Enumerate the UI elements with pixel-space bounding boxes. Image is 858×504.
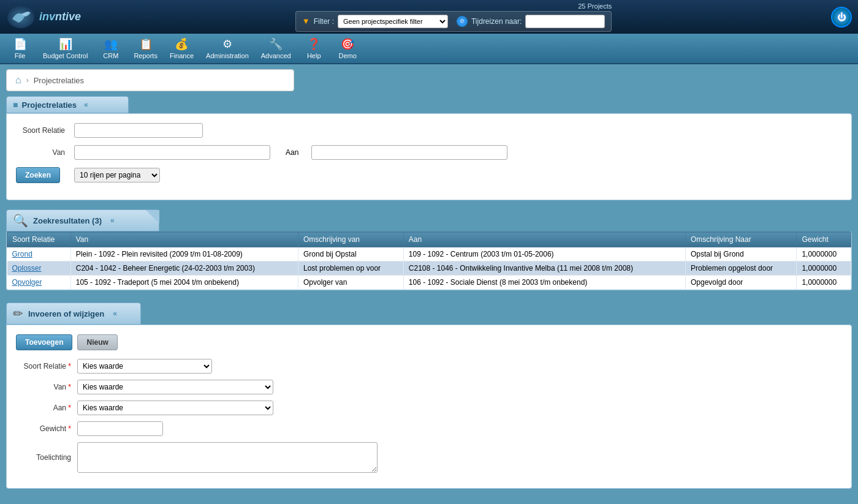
cell-van-1: C204 - 1042 - Beheer Energetic (24-02-20… [70,261,298,276]
edit-aan-label: Aan * [16,404,77,412]
cell-gewicht-2: 1,0000000 [797,276,851,290]
logo-icon [6,6,36,29]
edit-toelichting-row: Toelichting [16,442,842,473]
nieuw-button[interactable]: Nieuw [77,334,117,350]
nav-label-crm: CRM [103,52,118,59]
edit-soort-relatie-label: Soort Relatie * [16,362,77,370]
search-form-body: Soort Relatie Van Aan Zoeken 10 rijen pe… [6,113,852,200]
logo-area: invntive [6,6,81,29]
nav-item-crm[interactable]: 👥 CRM [94,34,127,62]
nav-label-file: File [15,52,26,59]
filter-funnel-icon: ▼ [302,17,310,26]
power-button[interactable]: ⏻ [831,7,852,28]
projects-count: 25 Projects [578,2,612,10]
collapse-edit-icon[interactable]: « [113,309,117,318]
cell-omsch-naar-2: Opgevolgd door [685,276,796,290]
edit-gewicht-input[interactable] [77,421,163,436]
cell-omsch-naar-0: Opstal bij Grond [685,247,796,261]
aan-input[interactable] [311,145,507,160]
nav-label-help: Help [307,52,321,59]
rows-per-page-select[interactable]: 10 rijen per pagina 25 rijen per pagina … [74,168,160,182]
help-icon: ❓ [307,37,321,51]
time-input[interactable] [525,15,605,28]
results-search-icon: 🔍 [13,213,28,228]
collapse-results-icon[interactable]: « [110,216,115,225]
van-label: Van [16,148,65,157]
edit-toelichting-label: Toelichting [16,453,77,462]
main-content: ⌂ › Projectrelaties ■ Projectrelaties « … [0,69,858,489]
projectrelaties-icon: ■ [13,100,18,110]
results-section-title: Zoekresultaten (3) [33,216,102,225]
cell-omsch-van-0: Grond bij Opstal [298,247,403,261]
edit-soort-relatie-select[interactable]: Kies waarde Grond Oplosser Opvolger [77,359,212,374]
search-section-header: ■ Projectrelaties « [6,96,129,113]
zoeken-row: Zoeken 10 rijen per pagina 25 rijen per … [16,167,842,183]
advanced-icon: 🔧 [269,37,283,51]
collapse-search-icon[interactable]: « [84,100,88,109]
nav-label-administration: Administration [206,52,249,59]
edit-van-select[interactable]: Kies waarde [77,380,273,394]
table-row: Grond Plein - 1092 - Plein revisited (20… [7,247,851,261]
nav-label-reports: Reports [134,52,158,59]
time-label: Tijdreizen naar: [471,17,522,26]
edit-van-row: Van * Kies waarde [16,380,842,394]
cell-soort-relatie-0[interactable]: Grond [7,247,71,261]
action-buttons-row: Toevoegen Nieuw [16,334,842,350]
breadcrumb-separator: › [26,76,29,85]
col-omschrijving-van: Omschrijving van [298,232,403,247]
cell-soort-relatie-1[interactable]: Oplosser [7,261,71,276]
navbar: 📄 File 📊 Budget Control 👥 CRM 📋 Reports … [0,34,858,64]
edit-aan-select[interactable]: Kies waarde [77,401,273,415]
file-icon: 📄 [13,37,27,51]
budget-control-icon: 📊 [59,37,72,51]
nav-item-help[interactable]: ❓ Help [297,34,331,62]
table-row: Oplosser C204 - 1042 - Beheer Energetic … [7,261,851,276]
nav-item-file[interactable]: 📄 File [3,34,37,62]
edit-pencil-icon: ✏ [13,306,23,321]
van-input[interactable] [74,145,270,160]
edit-aan-row: Aan * Kies waarde [16,401,842,415]
zoeken-button[interactable]: Zoeken [16,167,60,183]
nav-item-advanced[interactable]: 🔧 Advanced [255,34,297,62]
cell-omsch-naar-1: Problemen opgelost door [685,261,796,276]
search-section: ■ Projectrelaties « Soort Relatie Van Aa… [6,96,852,200]
toevoegen-button[interactable]: Toevoegen [16,334,72,350]
results-table: Soort Relatie Van Omschrijving van Aan O… [7,231,851,290]
edit-section: ✏ Invoeren of wijzigen « Toevoegen Nieuw… [6,303,852,489]
edit-section-title: Invoeren of wijzigen [28,309,104,318]
nav-label-demo: Demo [339,52,357,59]
logo-text: invntive [39,10,81,23]
edit-van-label: Van * [16,383,77,391]
edit-soort-relatie-row: Soort Relatie * Kies waarde Grond Oploss… [16,359,842,374]
edit-gewicht-label: Gewicht * [16,424,77,433]
nav-item-budget-control[interactable]: 📊 Budget Control [37,34,94,62]
nav-label-finance: Finance [170,52,194,59]
reports-icon: 📋 [139,37,153,51]
results-section: 🔍 Zoekresultaten (3) « Soort Relatie Van… [6,209,852,290]
nav-item-demo[interactable]: 🎯 Demo [331,34,365,62]
nav-item-administration[interactable]: ⚙ Administration [200,34,255,62]
van-aan-row: Van Aan [16,145,842,160]
cell-aan-2: 106 - 1092 - Sociale Dienst (8 mei 2003 … [403,276,685,290]
edit-gewicht-row: Gewicht * [16,421,842,436]
col-gewicht: Gewicht [797,232,851,247]
soort-relatie-input[interactable] [74,123,203,138]
filter-select[interactable]: Geen projectspecifiek filter [338,15,448,28]
col-aan: Aan [403,232,685,247]
fold-corner [146,210,159,224]
demo-icon: 🎯 [341,37,354,51]
nav-item-finance[interactable]: 💰 Finance [164,34,200,62]
nav-item-reports[interactable]: 📋 Reports [127,34,164,62]
cell-gewicht-1: 1,0000000 [797,261,851,276]
cell-omsch-van-1: Lost problemen op voor [298,261,403,276]
table-row: Opvolger 105 - 1092 - Tradeport (5 mei 2… [7,276,851,290]
finance-icon: 💰 [175,37,188,51]
cell-gewicht-0: 1,0000000 [797,247,851,261]
edit-toelichting-textarea[interactable] [77,442,378,473]
cell-soort-relatie-2[interactable]: Opvolger [7,276,71,290]
nav-label-advanced: Advanced [261,52,291,59]
cell-aan-0: 109 - 1092 - Centrum (2003 t/m 01-05-200… [403,247,685,261]
search-section-title: Projectrelaties [21,100,77,110]
results-table-container: Soort Relatie Van Omschrijving van Aan O… [6,231,852,290]
aan-label: Aan [286,148,298,157]
